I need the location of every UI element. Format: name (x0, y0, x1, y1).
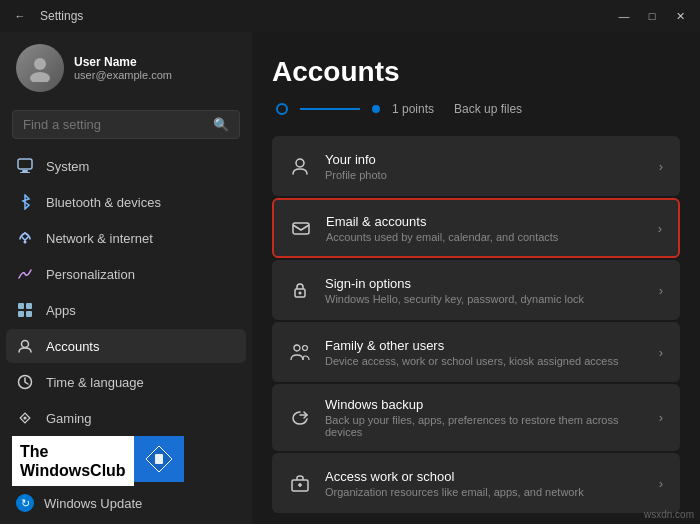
sidebar-item-time[interactable]: Time & language (6, 365, 246, 399)
email-accounts-desc: Accounts used by email, calendar, and co… (326, 231, 644, 243)
sidebar-item-system[interactable]: System (6, 149, 246, 183)
minimize-button[interactable]: — (612, 4, 636, 28)
system-icon (16, 157, 34, 175)
points-text: 1 points (392, 102, 434, 116)
gaming-icon (16, 409, 34, 427)
your-info-desc: Profile photo (325, 169, 645, 181)
svg-point-10 (22, 341, 29, 348)
your-info-icon (289, 155, 311, 177)
svg-point-20 (303, 346, 308, 351)
logo-blue-box (134, 436, 184, 482)
sidebar-item-apps[interactable]: Apps (6, 293, 246, 327)
your-info-chevron: › (659, 159, 663, 174)
svg-rect-4 (20, 172, 30, 173)
network-icon (16, 229, 34, 247)
svg-rect-8 (18, 311, 24, 317)
user-profile[interactable]: User Name user@example.com (0, 32, 252, 104)
user-email: user@example.com (74, 69, 172, 81)
backup-desc: Back up your files, apps, preferences to… (325, 414, 645, 438)
back-button[interactable]: ← (8, 4, 32, 28)
family-icon (289, 341, 311, 363)
sidebar-item-system-label: System (46, 159, 89, 174)
search-box[interactable]: 🔍 (12, 110, 240, 139)
svg-point-18 (299, 292, 302, 295)
settings-item-sign-in[interactable]: Sign-in options Windows Hello, security … (272, 260, 680, 320)
sidebar: User Name user@example.com 🔍 System (0, 32, 252, 524)
sidebar-item-personalization-label: Personalization (46, 267, 135, 282)
avatar (16, 44, 64, 92)
points-line (300, 108, 360, 110)
sidebar-item-personalization[interactable]: Personalization (6, 257, 246, 291)
personalization-icon (16, 265, 34, 283)
work-school-text: Access work or school Organization resou… (325, 469, 645, 498)
sidebar-item-bluetooth-label: Bluetooth & devices (46, 195, 161, 210)
nav-list: System Bluetooth & devices (0, 149, 252, 430)
sidebar-item-time-label: Time & language (46, 375, 144, 390)
sidebar-item-network[interactable]: Network & internet (6, 221, 246, 255)
sidebar-item-accounts-label: Accounts (46, 339, 99, 354)
windows-update-item[interactable]: ↻ Windows Update (0, 486, 252, 524)
backup-title: Windows backup (325, 397, 645, 412)
points-dot (276, 103, 288, 115)
sidebar-item-bluetooth[interactable]: Bluetooth & devices (6, 185, 246, 219)
watermark: wsxdn.com (644, 509, 694, 520)
time-icon (16, 373, 34, 391)
settings-item-email-accounts[interactable]: Email & accounts Accounts used by email,… (272, 198, 680, 258)
logo-area: The WindowsClub (0, 430, 252, 486)
email-accounts-chevron: › (658, 221, 662, 236)
work-school-title: Access work or school (325, 469, 645, 484)
logo-line2: WindowsClub (20, 461, 126, 480)
titlebar-controls: — □ ✕ (612, 4, 692, 28)
your-info-text: Your info Profile photo (325, 152, 645, 181)
svg-rect-2 (18, 159, 32, 169)
sign-in-title: Sign-in options (325, 276, 645, 291)
svg-point-15 (296, 159, 304, 167)
titlebar-title: Settings (40, 9, 83, 23)
page-title: Accounts (272, 56, 680, 88)
logo-line1: The (20, 442, 126, 461)
titlebar-left: ← Settings (8, 4, 83, 28)
close-button[interactable]: ✕ (668, 4, 692, 28)
user-info: User Name user@example.com (74, 55, 172, 81)
points-label: 1 points (392, 102, 434, 116)
user-name: User Name (74, 55, 172, 69)
maximize-button[interactable]: □ (640, 4, 664, 28)
svg-rect-6 (18, 303, 24, 309)
family-chevron: › (659, 345, 663, 360)
settings-item-family[interactable]: Family & other users Device access, work… (272, 322, 680, 382)
email-icon (290, 217, 312, 239)
search-icon: 🔍 (213, 117, 229, 132)
avatar-inner (16, 44, 64, 92)
sign-in-icon (289, 279, 311, 301)
svg-rect-14 (155, 454, 163, 464)
backup-icon (289, 407, 311, 429)
svg-rect-9 (26, 311, 32, 317)
main-layout: User Name user@example.com 🔍 System (0, 32, 700, 524)
family-desc: Device access, work or school users, kio… (325, 355, 645, 367)
accounts-icon (16, 337, 34, 355)
email-accounts-text: Email & accounts Accounts used by email,… (326, 214, 644, 243)
svg-point-12 (23, 416, 26, 419)
sidebar-item-gaming-label: Gaming (46, 411, 92, 426)
svg-point-5 (24, 241, 27, 244)
svg-point-19 (294, 345, 300, 351)
work-school-desc: Organization resources like email, apps,… (325, 486, 645, 498)
work-school-chevron: › (659, 476, 663, 491)
backup-text: Windows backup Back up your files, apps,… (325, 397, 645, 438)
settings-item-backup[interactable]: Windows backup Back up your files, apps,… (272, 384, 680, 451)
sidebar-item-apps-label: Apps (46, 303, 76, 318)
your-info-title: Your info (325, 152, 645, 167)
settings-item-your-info[interactable]: Your info Profile photo › (272, 136, 680, 196)
settings-list: Your info Profile photo › Email & accoun… (272, 136, 680, 513)
sidebar-item-gaming[interactable]: Gaming (6, 401, 246, 430)
windows-update-label: Windows Update (44, 496, 142, 511)
settings-item-work-school[interactable]: Access work or school Organization resou… (272, 453, 680, 513)
sign-in-text: Sign-in options Windows Hello, security … (325, 276, 645, 305)
logo-text: The WindowsClub (12, 436, 134, 486)
svg-point-1 (30, 72, 50, 82)
windows-update-icon: ↻ (16, 494, 34, 512)
svg-point-0 (34, 58, 46, 70)
search-input[interactable] (23, 117, 205, 132)
family-title: Family & other users (325, 338, 645, 353)
sidebar-item-accounts[interactable]: Accounts (6, 329, 246, 363)
